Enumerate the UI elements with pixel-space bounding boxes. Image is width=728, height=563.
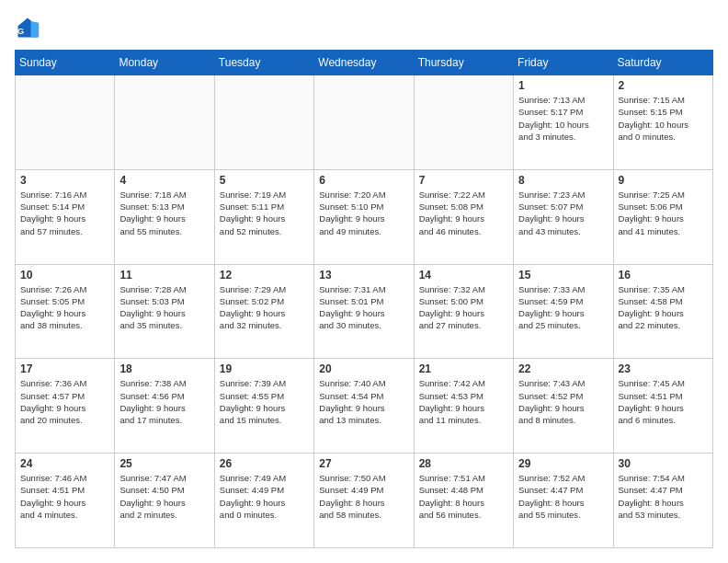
day-info: Sunrise: 7:28 AM Sunset: 5:03 PM Dayligh… [119,283,209,332]
calendar-cell: 2Sunrise: 7:15 AM Sunset: 5:15 PM Daylig… [613,75,712,170]
day-number: 9 [619,174,708,187]
weekday-header-wednesday: Wednesday [314,51,414,75]
day-number: 5 [220,174,309,187]
day-info: Sunrise: 7:38 AM Sunset: 4:56 PM Dayligh… [119,377,209,426]
weekday-header-thursday: Thursday [414,51,513,75]
header: G [15,15,713,40]
day-info: Sunrise: 7:45 AM Sunset: 4:51 PM Dayligh… [619,377,708,426]
calendar-cell: 7Sunrise: 7:22 AM Sunset: 5:08 PM Daylig… [414,169,513,264]
weekday-header-row: SundayMondayTuesdayWednesdayThursdayFrid… [16,51,713,75]
calendar-cell: 24Sunrise: 7:46 AM Sunset: 4:51 PM Dayli… [16,454,115,548]
day-number: 24 [20,457,109,470]
svg-text:G: G [17,26,24,36]
day-number: 19 [220,362,309,375]
calendar-cell: 8Sunrise: 7:23 AM Sunset: 5:07 PM Daylig… [514,169,613,264]
day-number: 2 [619,79,708,92]
day-info: Sunrise: 7:52 AM Sunset: 4:47 PM Dayligh… [518,472,608,521]
day-info: Sunrise: 7:46 AM Sunset: 4:51 PM Dayligh… [20,472,109,521]
calendar-cell: 16Sunrise: 7:35 AM Sunset: 4:58 PM Dayli… [613,264,712,359]
calendar-cell: 23Sunrise: 7:45 AM Sunset: 4:51 PM Dayli… [613,359,712,454]
day-number: 29 [518,457,608,470]
logo-icon: G [15,15,40,40]
svg-marker-2 [31,21,40,38]
calendar-cell: 30Sunrise: 7:54 AM Sunset: 4:47 PM Dayli… [613,454,712,548]
day-number: 4 [119,174,209,187]
calendar-cell: 11Sunrise: 7:28 AM Sunset: 5:03 PM Dayli… [115,264,214,359]
day-info: Sunrise: 7:50 AM Sunset: 4:49 PM Dayligh… [319,472,408,521]
week-row-4: 17Sunrise: 7:36 AM Sunset: 4:57 PM Dayli… [16,359,713,454]
calendar-cell: 3Sunrise: 7:16 AM Sunset: 5:14 PM Daylig… [16,169,115,264]
day-number: 12 [220,269,309,282]
calendar-cell [115,75,214,170]
day-number: 11 [119,269,209,282]
day-info: Sunrise: 7:39 AM Sunset: 4:55 PM Dayligh… [220,377,309,426]
calendar-cell: 14Sunrise: 7:32 AM Sunset: 5:00 PM Dayli… [414,264,513,359]
day-number: 17 [20,362,109,375]
logo: G [15,15,42,40]
calendar-cell [16,75,115,170]
week-row-3: 10Sunrise: 7:26 AM Sunset: 5:05 PM Dayli… [16,264,713,359]
day-number: 25 [119,457,209,470]
day-info: Sunrise: 7:31 AM Sunset: 5:01 PM Dayligh… [319,283,408,332]
calendar-cell: 29Sunrise: 7:52 AM Sunset: 4:47 PM Dayli… [514,454,613,548]
page: G SundayMondayTuesdayWednesdayThursdayFr… [0,0,728,563]
day-info: Sunrise: 7:26 AM Sunset: 5:05 PM Dayligh… [20,283,109,332]
day-number: 18 [119,362,209,375]
weekday-header-tuesday: Tuesday [214,51,313,75]
calendar-cell: 26Sunrise: 7:49 AM Sunset: 4:49 PM Dayli… [214,454,313,548]
week-row-1: 1Sunrise: 7:13 AM Sunset: 5:17 PM Daylig… [16,75,713,170]
weekday-header-friday: Friday [514,51,613,75]
day-number: 26 [220,457,309,470]
weekday-header-sunday: Sunday [16,51,115,75]
calendar-cell: 1Sunrise: 7:13 AM Sunset: 5:17 PM Daylig… [514,75,613,170]
day-number: 10 [20,269,109,282]
weekday-header-monday: Monday [115,51,214,75]
day-info: Sunrise: 7:47 AM Sunset: 4:50 PM Dayligh… [119,472,209,521]
day-info: Sunrise: 7:49 AM Sunset: 4:49 PM Dayligh… [220,472,309,521]
day-info: Sunrise: 7:36 AM Sunset: 4:57 PM Dayligh… [20,377,109,426]
calendar-cell: 13Sunrise: 7:31 AM Sunset: 5:01 PM Dayli… [314,264,414,359]
day-number: 28 [419,457,508,470]
calendar-cell: 19Sunrise: 7:39 AM Sunset: 4:55 PM Dayli… [214,359,313,454]
day-info: Sunrise: 7:19 AM Sunset: 5:11 PM Dayligh… [220,189,309,237]
day-number: 8 [518,174,608,187]
day-number: 6 [319,174,408,187]
day-info: Sunrise: 7:40 AM Sunset: 4:54 PM Dayligh… [319,377,408,426]
day-info: Sunrise: 7:22 AM Sunset: 5:08 PM Dayligh… [419,189,508,237]
day-info: Sunrise: 7:18 AM Sunset: 5:13 PM Dayligh… [119,189,209,237]
calendar-cell: 5Sunrise: 7:19 AM Sunset: 5:11 PM Daylig… [214,169,313,264]
day-info: Sunrise: 7:29 AM Sunset: 5:02 PM Dayligh… [220,283,309,332]
day-number: 21 [419,362,508,375]
day-info: Sunrise: 7:42 AM Sunset: 4:53 PM Dayligh… [419,377,508,426]
day-number: 16 [619,269,708,282]
day-info: Sunrise: 7:20 AM Sunset: 5:10 PM Dayligh… [319,189,408,237]
day-number: 30 [619,457,708,470]
calendar-cell: 15Sunrise: 7:33 AM Sunset: 4:59 PM Dayli… [514,264,613,359]
calendar-table: SundayMondayTuesdayWednesdayThursdayFrid… [15,50,713,548]
calendar-cell: 18Sunrise: 7:38 AM Sunset: 4:56 PM Dayli… [115,359,214,454]
day-number: 23 [619,362,708,375]
calendar-cell: 4Sunrise: 7:18 AM Sunset: 5:13 PM Daylig… [115,169,214,264]
day-info: Sunrise: 7:33 AM Sunset: 4:59 PM Dayligh… [518,283,608,332]
day-info: Sunrise: 7:16 AM Sunset: 5:14 PM Dayligh… [20,189,109,237]
calendar-cell [414,75,513,170]
calendar-cell [214,75,313,170]
calendar-cell: 28Sunrise: 7:51 AM Sunset: 4:48 PM Dayli… [414,454,513,548]
day-info: Sunrise: 7:25 AM Sunset: 5:06 PM Dayligh… [619,189,708,237]
day-number: 22 [518,362,608,375]
day-info: Sunrise: 7:23 AM Sunset: 5:07 PM Dayligh… [518,189,608,237]
calendar-cell: 25Sunrise: 7:47 AM Sunset: 4:50 PM Dayli… [115,454,214,548]
day-info: Sunrise: 7:13 AM Sunset: 5:17 PM Dayligh… [518,94,608,143]
day-number: 7 [419,174,508,187]
calendar-cell: 9Sunrise: 7:25 AM Sunset: 5:06 PM Daylig… [613,169,712,264]
weekday-header-saturday: Saturday [613,51,712,75]
day-number: 14 [419,269,508,282]
day-number: 13 [319,269,408,282]
week-row-2: 3Sunrise: 7:16 AM Sunset: 5:14 PM Daylig… [16,169,713,264]
day-number: 3 [20,174,109,187]
day-number: 27 [319,457,408,470]
day-info: Sunrise: 7:54 AM Sunset: 4:47 PM Dayligh… [619,472,708,521]
week-row-5: 24Sunrise: 7:46 AM Sunset: 4:51 PM Dayli… [16,454,713,548]
calendar-cell: 20Sunrise: 7:40 AM Sunset: 4:54 PM Dayli… [314,359,414,454]
day-number: 15 [518,269,608,282]
